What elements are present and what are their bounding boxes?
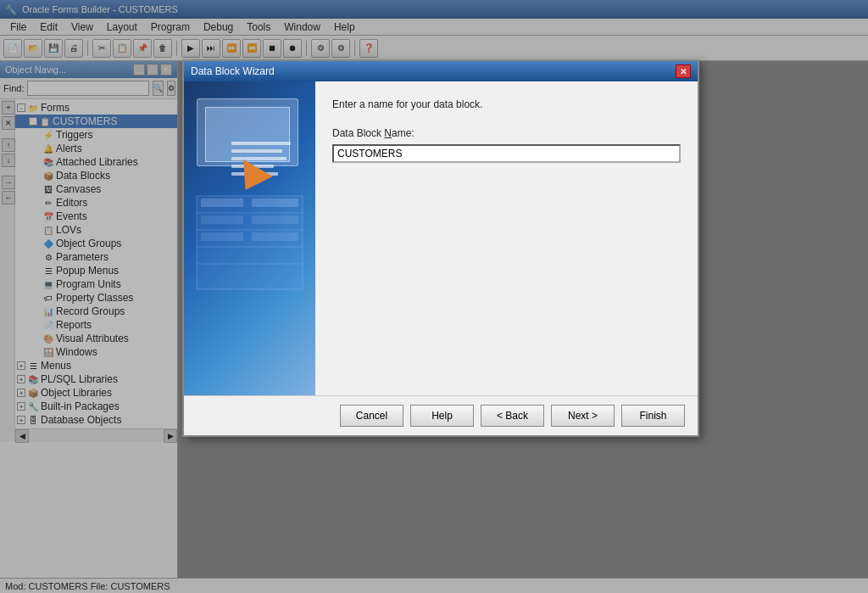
nav-wrapper: + ✕ ↑ ↓ → ← - 📁 Forms bbox=[0, 99, 177, 442]
menu-program[interactable]: Program bbox=[144, 20, 197, 35]
img-row-1 bbox=[231, 142, 291, 145]
back-button[interactable]: < Back bbox=[481, 405, 544, 427]
windows-label: Windows bbox=[56, 346, 97, 358]
tree-item-visual-attributes[interactable]: 🎨 Visual Attributes bbox=[15, 332, 177, 345]
scroll-track[interactable] bbox=[29, 429, 164, 442]
tree-item-program-units[interactable]: 💻 Program Units bbox=[15, 277, 177, 291]
tree-item-triggers[interactable]: ⚡ Triggers bbox=[15, 128, 177, 142]
tree-item-events[interactable]: 📅 Events bbox=[15, 210, 177, 223]
tree-item-alerts[interactable]: 🔔 Alerts bbox=[15, 142, 177, 155]
alerts-label: Alerts bbox=[56, 143, 82, 154]
plsql-expand[interactable]: + bbox=[17, 375, 25, 383]
tree-item-plsql-libraries[interactable]: + 📚 PL/SQL Libraries bbox=[15, 372, 177, 386]
object-groups-label: Object Groups bbox=[56, 238, 121, 249]
find-options-button[interactable]: ⚙ bbox=[167, 81, 175, 96]
menus-expand[interactable]: + bbox=[17, 361, 25, 370]
menu-help[interactable]: Help bbox=[327, 20, 362, 35]
tree-item-attached-libraries[interactable]: 📚 Attached Libraries bbox=[15, 155, 177, 169]
cut-button[interactable]: ✂ bbox=[92, 39, 111, 58]
tree-item-object-libraries[interactable]: + 📦 Object Libraries bbox=[15, 386, 177, 400]
menu-file[interactable]: File bbox=[3, 20, 33, 35]
nav-maximize-button[interactable]: □ bbox=[147, 64, 159, 76]
horiz-scrollbar[interactable]: ◀ ▶ bbox=[15, 428, 177, 442]
scroll-right-button[interactable]: ▶ bbox=[164, 429, 177, 443]
copy-button[interactable]: 📋 bbox=[113, 39, 131, 58]
find-search-button[interactable]: 🔍 bbox=[153, 81, 164, 96]
step3-button[interactable]: ⏪ bbox=[242, 39, 261, 58]
program-units-icon: 💻 bbox=[42, 278, 54, 290]
nav-close-button[interactable]: ✕ bbox=[160, 64, 172, 76]
image-screen bbox=[205, 107, 290, 162]
tree-item-record-groups[interactable]: 📊 Record Groups bbox=[15, 305, 177, 318]
tree-item-object-groups[interactable]: 🔷 Object Groups bbox=[15, 237, 177, 250]
menu-tools[interactable]: Tools bbox=[240, 20, 277, 35]
print-button[interactable]: 🖨 bbox=[64, 39, 83, 58]
step2-button[interactable]: ⏩ bbox=[222, 39, 241, 58]
nav-minimize-button[interactable]: _ bbox=[133, 64, 145, 76]
find-bar: Find: 🔍 ⚙ bbox=[0, 78, 177, 99]
nav-indent-button[interactable]: → bbox=[2, 176, 15, 189]
run-button[interactable]: ▶ bbox=[181, 39, 200, 58]
tree-item-editors[interactable]: ✏ Editors bbox=[15, 196, 177, 210]
next-button[interactable]: Next > bbox=[551, 405, 615, 427]
tree-item-menus[interactable]: + ☰ Menus bbox=[15, 359, 177, 372]
tree-item-property-classes[interactable]: 🏷 Property Classes bbox=[15, 291, 177, 305]
dialog-title-label: Data Block Wizard bbox=[191, 65, 275, 77]
finish-button[interactable]: Finish bbox=[621, 405, 685, 427]
nav-outdent-button[interactable]: ← bbox=[2, 191, 15, 204]
tree-item-reports[interactable]: 📄 Reports bbox=[15, 318, 177, 332]
delete-button[interactable]: 🗑 bbox=[153, 39, 172, 58]
toolbar-sep-2 bbox=[176, 41, 177, 56]
find-label: Find: bbox=[3, 83, 24, 93]
step-button[interactable]: ⏭ bbox=[202, 39, 220, 58]
parameters-icon: ⚙ bbox=[42, 251, 54, 263]
dialog-close-button[interactable]: ✕ bbox=[676, 64, 691, 78]
tree-item-data-blocks[interactable]: 📦 Data Blocks bbox=[15, 169, 177, 182]
gen2-button[interactable]: ⚙ bbox=[331, 39, 350, 58]
menu-debug[interactable]: Debug bbox=[197, 20, 240, 35]
menu-view[interactable]: View bbox=[64, 20, 100, 35]
tree-item-customers[interactable]: - 📋 CUSTOMERS bbox=[15, 115, 177, 128]
db-obj-expand[interactable]: + bbox=[17, 416, 25, 424]
nav-move-down-button[interactable]: ↓ bbox=[2, 154, 15, 167]
tree-item-canvases[interactable]: 🖼 Canvases bbox=[15, 182, 177, 196]
menu-layout[interactable]: Layout bbox=[100, 20, 144, 35]
gen1-button[interactable]: ⚙ bbox=[311, 39, 330, 58]
tree-item-database-objects[interactable]: + 🗄 Database Objects bbox=[15, 413, 177, 427]
open-button[interactable]: 📂 bbox=[24, 39, 42, 58]
stop-button[interactable]: ⏹ bbox=[263, 39, 281, 58]
toolbar-sep-3 bbox=[306, 41, 307, 56]
new-button[interactable]: 📄 bbox=[3, 39, 22, 58]
nav-move-up-button[interactable]: ↑ bbox=[2, 138, 15, 152]
find-input[interactable] bbox=[27, 81, 149, 96]
dialog-footer: Cancel Help < Back Next > Finish bbox=[184, 395, 698, 435]
tree-item-windows[interactable]: 🪟 Windows bbox=[15, 345, 177, 359]
plsql-label: PL/SQL Libraries bbox=[41, 373, 118, 385]
tree-item-lovs[interactable]: 📋 LOVs bbox=[15, 223, 177, 237]
program-units-label: Program Units bbox=[56, 278, 121, 290]
help-button[interactable]: Help bbox=[410, 405, 474, 427]
block-name-input[interactable] bbox=[332, 144, 681, 163]
tree-item-parameters[interactable]: ⚙ Parameters bbox=[15, 250, 177, 264]
popup-menus-icon: ☰ bbox=[42, 265, 54, 277]
reports-icon: 📄 bbox=[42, 319, 54, 331]
help-btn[interactable]: ❓ bbox=[359, 39, 378, 58]
tree-item-builtin-packages[interactable]: + 🔧 Built-in Packages bbox=[15, 400, 177, 413]
save-button[interactable]: 💾 bbox=[44, 39, 63, 58]
builtin-expand[interactable]: + bbox=[17, 402, 25, 411]
nav-add-button[interactable]: + bbox=[2, 101, 15, 115]
obj-lib-expand[interactable]: + bbox=[17, 389, 25, 397]
stop2-button[interactable]: ⏺ bbox=[283, 39, 302, 58]
tree-item-popup-menus[interactable]: ☰ Popup Menus bbox=[15, 264, 177, 277]
nav-remove-button[interactable]: ✕ bbox=[2, 116, 15, 130]
menu-window[interactable]: Window bbox=[277, 20, 327, 35]
menu-edit[interactable]: Edit bbox=[33, 20, 64, 35]
cancel-button[interactable]: Cancel bbox=[340, 405, 403, 427]
customers-expand[interactable]: - bbox=[29, 117, 37, 126]
forms-expand[interactable]: - bbox=[17, 103, 25, 112]
paste-button[interactable]: 📌 bbox=[133, 39, 152, 58]
canvases-label: Canvases bbox=[56, 183, 101, 195]
tree-area: - 📁 Forms - 📋 CUSTOMERS ⚡ bbox=[15, 99, 177, 428]
scroll-left-button[interactable]: ◀ bbox=[15, 429, 29, 443]
tree-item-forms[interactable]: - 📁 Forms bbox=[15, 101, 177, 115]
